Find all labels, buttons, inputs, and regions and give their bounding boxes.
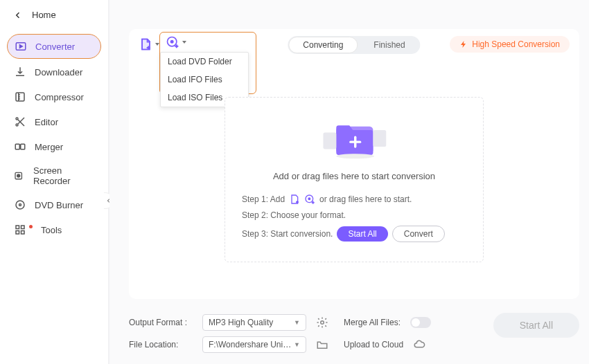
svg-rect-24: [21, 226, 25, 229]
home-button[interactable]: Home: [0, 0, 108, 30]
sidebar-item-screen-recorder[interactable]: Screen Recorder: [7, 160, 101, 192]
sidebar-item-editor[interactable]: Editor: [7, 110, 101, 134]
sidebar-item-converter[interactable]: Converter: [7, 34, 101, 59]
svg-rect-37: [373, 130, 386, 147]
svg-rect-17: [15, 144, 19, 149]
file-add-icon: [139, 37, 152, 51]
record-icon: [14, 170, 25, 182]
output-format-label: Output Format :: [129, 318, 193, 327]
merge-all-toggle[interactable]: [410, 317, 431, 328]
sidebar-item-compressor[interactable]: Compressor: [7, 85, 101, 109]
download-icon: [14, 66, 26, 78]
upload-cloud-label: Upload to Cloud: [344, 340, 403, 349]
chevron-down-icon: [182, 41, 186, 44]
menu-item-load-ifo-files[interactable]: Load IFO Files: [161, 71, 248, 89]
disc-add-icon[interactable]: [304, 194, 315, 205]
svg-point-22: [19, 204, 21, 206]
folder-open-icon[interactable]: [316, 338, 328, 351]
svg-rect-26: [21, 231, 25, 235]
file-location-value: F:\Wondershare UniConverter 1: [209, 340, 294, 349]
step-1-row: Step 1: Add or drag files here to start.: [242, 194, 466, 205]
drop-message: Add or drag files here to start conversi…: [242, 171, 466, 181]
home-label: Home: [32, 10, 56, 20]
output-format-value: MP3 High Quality: [209, 318, 273, 327]
merge-icon: [14, 140, 26, 153]
settings-icon[interactable]: [316, 316, 328, 329]
svg-point-21: [16, 201, 24, 209]
svg-rect-23: [16, 226, 19, 229]
status-tabs: Converting Finished: [288, 36, 420, 54]
chevron-down-icon: ▼: [294, 341, 300, 348]
sidebar-label: Editor: [35, 117, 58, 127]
sidebar-label: Screen Recorder: [33, 165, 94, 186]
sidebar-label: Compressor: [35, 92, 84, 102]
sidebar-label: Tools: [41, 225, 62, 235]
file-location-label: File Location:: [129, 340, 193, 349]
start-all-button-small[interactable]: Start All: [337, 226, 387, 242]
svg-point-42: [308, 198, 310, 200]
drop-area[interactable]: Add or drag files here to start conversi…: [225, 97, 484, 262]
step3-prefix: Step 3: Start conversion.: [242, 229, 333, 239]
step-2-row: Step 2: Choose your format.: [242, 210, 466, 220]
merge-all-label: Merge All Files:: [344, 318, 401, 327]
svg-rect-36: [323, 132, 336, 149]
svg-point-13: [16, 118, 18, 120]
convert-button-small[interactable]: Convert: [392, 226, 445, 242]
file-add-icon[interactable]: [289, 194, 300, 205]
sidebar-label: Converter: [35, 42, 75, 52]
chevron-left-icon: [14, 11, 22, 19]
sidebar-label: Merger: [35, 142, 63, 152]
svg-point-38: [336, 154, 374, 158]
add-file-button[interactable]: [136, 36, 162, 53]
grid-icon: [14, 224, 26, 236]
load-dvd-button[interactable]: [166, 35, 186, 49]
disc-add-icon: [166, 35, 179, 49]
sidebar-label: DVD Burner: [35, 200, 83, 210]
file-location-select[interactable]: F:\Wondershare UniConverter 1 ▼: [202, 336, 306, 353]
highlight-box: Load DVD Folder Load IFO Files Load ISO …: [159, 32, 256, 94]
high-speed-label: High Speed Conversion: [472, 39, 560, 49]
high-speed-badge[interactable]: High Speed Conversion: [450, 36, 570, 53]
chevron-down-icon: ▼: [294, 319, 300, 326]
step1-suffix: or drag files here to start.: [319, 194, 412, 204]
output-format-select[interactable]: MP3 High Quality ▼: [202, 314, 306, 331]
svg-point-30: [171, 41, 173, 43]
svg-point-20: [17, 174, 20, 177]
bolt-icon: [459, 40, 468, 48]
svg-point-14: [16, 124, 18, 126]
tab-finished[interactable]: Finished: [358, 36, 420, 54]
scissors-icon: [14, 116, 26, 128]
cloud-icon[interactable]: [413, 338, 425, 351]
notification-dot: [29, 225, 33, 228]
converter-icon: [15, 40, 27, 53]
sidebar-item-downloader[interactable]: Downloader: [7, 60, 101, 84]
menu-item-load-dvd-folder[interactable]: Load DVD Folder: [161, 53, 248, 71]
disc-icon: [14, 199, 26, 211]
tab-converting[interactable]: Converting: [288, 37, 358, 53]
step-3-row: Step 3: Start conversion. Start All Conv…: [242, 226, 466, 242]
sidebar-label: Downloader: [35, 67, 82, 78]
converter-panel: Load DVD Folder Load IFO Files Load ISO …: [129, 29, 579, 299]
folder-illustration: [242, 114, 466, 163]
svg-rect-18: [21, 144, 25, 149]
step1-prefix: Step 1: Add: [242, 194, 285, 204]
sidebar-item-tools[interactable]: Tools: [7, 218, 101, 242]
svg-point-45: [321, 321, 324, 325]
sidebar-item-dvd-burner[interactable]: DVD Burner: [7, 193, 101, 217]
compress-icon: [14, 91, 26, 103]
svg-marker-11: [20, 45, 23, 48]
svg-rect-25: [16, 231, 19, 235]
sidebar-item-merger[interactable]: Merger: [7, 135, 101, 158]
sidebar: Home Converter Downloader Compressor Edi…: [0, 0, 109, 364]
start-all-button[interactable]: Start All: [493, 313, 579, 338]
